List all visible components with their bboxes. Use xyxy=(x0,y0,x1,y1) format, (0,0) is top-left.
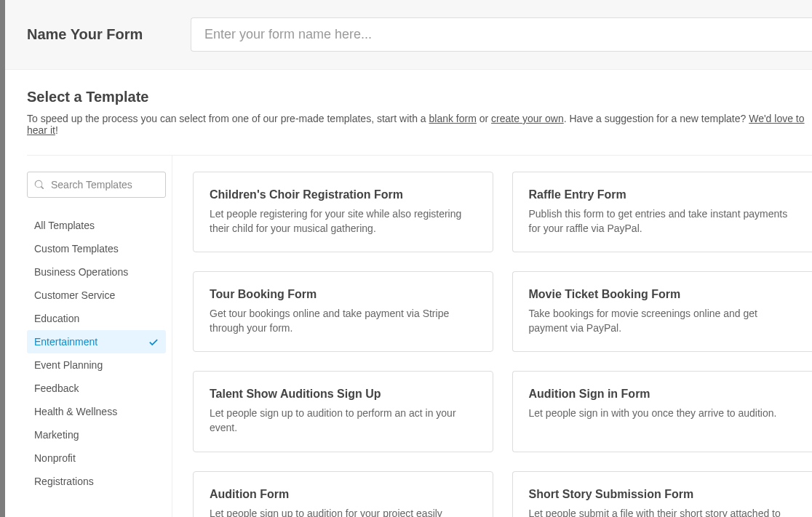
template-title: Talent Show Auditions Sign Up xyxy=(210,388,477,401)
template-title: Movie Ticket Booking Form xyxy=(529,288,797,301)
category-item[interactable]: Education xyxy=(27,307,166,330)
category-label: All Templates xyxy=(34,220,95,231)
section-title: Select a Template xyxy=(27,89,812,105)
category-item[interactable]: Event Planning xyxy=(27,353,166,377)
category-item[interactable]: Feedback xyxy=(27,377,166,400)
blank-form-link[interactable]: blank form xyxy=(429,113,477,124)
template-card[interactable]: Children's Choir Registration FormLet pe… xyxy=(193,172,493,252)
category-label: Entertainment xyxy=(34,336,97,348)
category-item[interactable]: Registrations xyxy=(27,470,166,493)
category-label: Registrations xyxy=(34,476,94,487)
template-card[interactable]: Short Story Submission FormLet people su… xyxy=(512,471,813,517)
category-label: Business Operations xyxy=(34,266,128,278)
sidebar: All TemplatesCustom TemplatesBusiness Op… xyxy=(27,156,172,517)
search-wrap xyxy=(27,172,166,198)
template-title: Children's Choir Registration Form xyxy=(210,188,477,201)
template-description: Let people sign up to audition to perfor… xyxy=(210,406,477,435)
category-label: Nonprofit xyxy=(34,452,76,464)
template-title: Short Story Submission Form xyxy=(529,488,797,501)
category-label: Feedback xyxy=(34,382,79,394)
category-item[interactable]: Custom Templates xyxy=(27,237,166,260)
create-own-link[interactable]: create your own xyxy=(491,113,564,124)
section-description: To speed up the process you can select f… xyxy=(27,113,812,136)
template-title: Audition Sign in Form xyxy=(529,388,797,401)
content: Select a Template To speed up the proces… xyxy=(5,70,812,517)
templates-grid: Children's Choir Registration FormLet pe… xyxy=(172,156,812,517)
template-card[interactable]: Movie Ticket Booking FormTake bookings f… xyxy=(512,271,813,352)
name-form-label: Name Your Form xyxy=(27,26,191,43)
category-label: Customer Service xyxy=(34,289,115,301)
category-item[interactable]: Entertainment xyxy=(27,330,166,353)
check-icon xyxy=(148,337,159,347)
desc-text: . Have a suggestion for a new template? xyxy=(564,113,749,124)
category-label: Education xyxy=(34,313,79,324)
template-card[interactable]: Audition Sign in FormLet people sign in … xyxy=(512,371,813,452)
template-card[interactable]: Audition FormLet people sign up to audit… xyxy=(193,471,493,517)
template-title: Tour Booking Form xyxy=(210,288,477,301)
category-item[interactable]: Marketing xyxy=(27,423,166,446)
category-item[interactable]: Nonprofit xyxy=(27,446,166,470)
template-description: Let people registering for your site whi… xyxy=(210,207,477,236)
category-label: Marketing xyxy=(34,429,79,441)
desc-text: or xyxy=(477,113,491,124)
template-description: Take bookings for movie screenings onlin… xyxy=(529,307,797,335)
category-item[interactable]: Health & Wellness xyxy=(27,400,166,423)
form-name-input[interactable] xyxy=(191,17,812,52)
category-label: Custom Templates xyxy=(34,243,119,255)
template-title: Audition Form xyxy=(210,488,477,501)
desc-text: ! xyxy=(55,124,58,136)
template-card[interactable]: Talent Show Auditions Sign UpLet people … xyxy=(193,371,493,452)
category-item[interactable]: Customer Service xyxy=(27,284,166,307)
category-list: All TemplatesCustom TemplatesBusiness Op… xyxy=(27,214,172,493)
search-templates-input[interactable] xyxy=(27,172,166,198)
template-title: Raffle Entry Form xyxy=(529,188,797,201)
left-edge-bar xyxy=(0,0,5,517)
top-bar: Name Your Form xyxy=(5,0,812,70)
template-description: Get tour bookings online and take paymen… xyxy=(210,307,477,335)
desc-text: To speed up the process you can select f… xyxy=(27,113,429,124)
body-row: All TemplatesCustom TemplatesBusiness Op… xyxy=(27,156,812,517)
template-card[interactable]: Tour Booking FormGet tour bookings onlin… xyxy=(193,271,493,352)
template-description: Let people sign up to audition for your … xyxy=(210,507,477,517)
category-label: Health & Wellness xyxy=(34,406,117,417)
search-icon xyxy=(34,180,44,190)
category-label: Event Planning xyxy=(34,359,103,371)
template-description: Publish this form to get entries and tak… xyxy=(529,207,797,236)
template-description: Let people sign in with you once they ar… xyxy=(529,406,797,421)
category-item[interactable]: Business Operations xyxy=(27,260,166,284)
template-card[interactable]: Raffle Entry FormPublish this form to ge… xyxy=(512,172,813,252)
page-container: Name Your Form Select a Template To spee… xyxy=(5,0,812,517)
template-description: Let people submit a file with their shor… xyxy=(529,507,797,517)
category-item[interactable]: All Templates xyxy=(27,214,166,237)
